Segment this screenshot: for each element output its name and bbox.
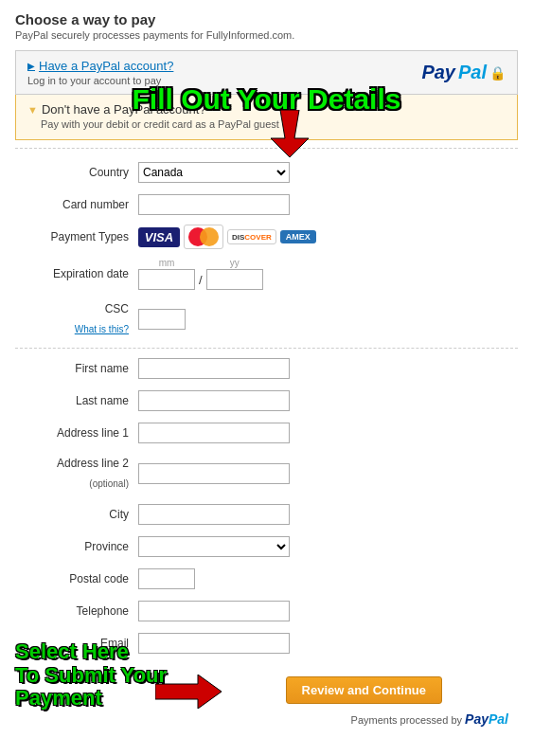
csc-sublabel[interactable]: What is this? — [15, 319, 129, 340]
page-container: Choose a way to pay PayPal securely proc… — [0, 0, 533, 738]
divider-2 — [15, 348, 518, 349]
email-row: Email — [15, 631, 518, 656]
payment-types-row: Payment Types VISA DISCOVER AMEX — [15, 225, 518, 249]
city-row: City — [15, 502, 518, 527]
form-divider — [15, 148, 518, 149]
dont-have-section: ▼ Don't have a PayPal account? Pay with … — [15, 95, 518, 140]
address1-label: Address line 1 — [15, 423, 138, 443]
first-name-label: First name — [15, 358, 138, 379]
address1-input[interactable] — [138, 423, 290, 443]
province-select[interactable]: Alberta British Columbia Ontario Quebec — [138, 536, 290, 557]
discover-icon: DISCOVER — [227, 229, 276, 244]
country-label: Country — [15, 162, 138, 183]
paypal-footer-logo: PayPal — [465, 711, 508, 727]
telephone-row: Telephone — [15, 599, 518, 623]
csc-input[interactable] — [138, 309, 186, 330]
address2-label: Address line 2 — [57, 457, 129, 470]
header-section: Choose a way to pay PayPal securely proc… — [15, 11, 518, 41]
dont-have-subtitle: Pay with your debit or credit card as a … — [41, 118, 506, 130]
paypal-account-left: Have a PayPal account? Log in to your ac… — [27, 59, 173, 86]
paypal-footer-pay: Pay — [465, 711, 489, 727]
email-label: Email — [15, 633, 138, 654]
paypal-account-link[interactable]: Have a PayPal account? — [27, 59, 173, 73]
card-number-input[interactable] — [138, 194, 290, 215]
last-name-input[interactable] — [138, 390, 290, 411]
first-name-row: First name — [15, 356, 518, 381]
payment-types-label: Payment Types — [15, 226, 138, 247]
telephone-label: Telephone — [15, 601, 138, 621]
section-arrow-icon: ▼ — [27, 104, 38, 116]
country-row: Country Canada United States United King… — [15, 160, 518, 185]
city-label: City — [15, 504, 138, 525]
card-number-label: Card number — [15, 194, 138, 215]
lock-icon: 🔒 — [489, 65, 506, 81]
country-select[interactable]: Canada United States United Kingdom — [138, 162, 290, 183]
csc-label: CSC — [105, 302, 129, 315]
submit-row: Review and Continue — [15, 676, 518, 704]
payments-processed-footer: Payments processed by PayPal — [15, 711, 518, 727]
province-label: Province — [15, 536, 138, 557]
payments-processed-text: Payments processed by — [351, 714, 462, 726]
mc-circle-orange — [200, 227, 219, 246]
telephone-input[interactable] — [138, 601, 290, 621]
paypal-logo-pay: Pay — [421, 62, 455, 83]
dont-have-header: ▼ Don't have a PayPal account? — [27, 102, 506, 117]
visa-icon: VISA — [138, 227, 180, 247]
expiry-mm-group: mm — [138, 258, 195, 290]
expiry-slash: / — [199, 270, 203, 291]
yy-hint: yy — [230, 258, 240, 268]
card-number-row: Card number — [15, 192, 518, 217]
email-input[interactable] — [138, 633, 290, 654]
expiration-row: Expiration date mm / yy — [15, 257, 518, 291]
postal-code-row: Postal code — [15, 567, 518, 591]
expiration-label: Expiration date — [15, 263, 138, 284]
review-continue-button[interactable]: Review and Continue — [286, 676, 442, 704]
last-name-row: Last name — [15, 388, 518, 413]
csc-row: CSC What is this? — [15, 298, 518, 340]
page-title: Choose a way to pay — [15, 11, 518, 27]
address2-label-group: Address line 2 (optional) — [15, 453, 138, 495]
address2-sublabel: (optional) — [15, 474, 129, 495]
expiry-yy-group: yy — [206, 258, 263, 290]
address2-input[interactable] — [138, 463, 290, 484]
page-subtitle: PayPal securely processes payments for F… — [15, 29, 518, 41]
mm-hint: mm — [159, 258, 175, 268]
expiry-inputs: mm / yy — [138, 257, 263, 291]
last-name-label: Last name — [15, 390, 138, 411]
dont-have-title: Don't have a PayPal account? — [42, 102, 206, 117]
address2-row: Address line 2 (optional) — [15, 453, 518, 495]
expiry-mm-input[interactable] — [138, 269, 195, 290]
payment-types-icons: VISA DISCOVER AMEX — [138, 225, 316, 249]
amex-icon: AMEX — [280, 230, 316, 243]
paypal-account-section: Have a PayPal account? Log in to your ac… — [15, 50, 518, 95]
paypal-footer-pal: Pal — [489, 711, 508, 727]
address1-row: Address line 1 — [15, 421, 518, 445]
paypal-logo: PayPal 🔒 — [421, 62, 506, 83]
first-name-input[interactable] — [138, 358, 290, 379]
postal-code-input[interactable] — [138, 568, 195, 589]
form-section: Country Canada United States United King… — [15, 156, 518, 667]
postal-code-label: Postal code — [15, 568, 138, 589]
province-row: Province Alberta British Columbia Ontari… — [15, 534, 518, 559]
expiry-yy-input[interactable] — [206, 269, 263, 290]
login-hint: Log in to your account to pay — [27, 75, 173, 86]
mastercard-circles — [188, 227, 219, 246]
city-input[interactable] — [138, 504, 290, 525]
csc-label-group: CSC What is this? — [15, 298, 138, 340]
mastercard-icon — [184, 225, 223, 249]
paypal-logo-pal: Pal — [458, 62, 487, 83]
bottom-section: Select Here To Submit Your Payment Revie… — [15, 676, 518, 727]
